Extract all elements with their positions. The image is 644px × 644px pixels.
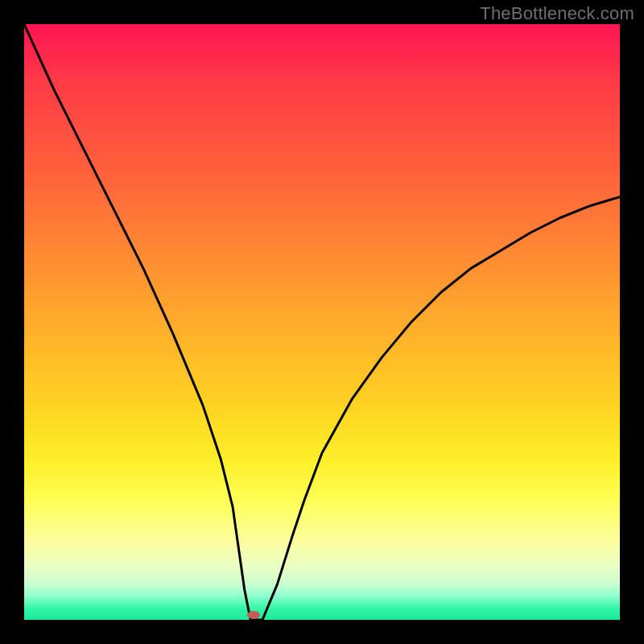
bottleneck-curve — [24, 24, 620, 620]
optimal-marker — [247, 611, 260, 619]
chart-svg — [24, 24, 620, 620]
chart-frame: TheBottleneck.com — [0, 0, 644, 644]
plot-area — [24, 24, 620, 620]
watermark-text: TheBottleneck.com — [480, 3, 634, 24]
